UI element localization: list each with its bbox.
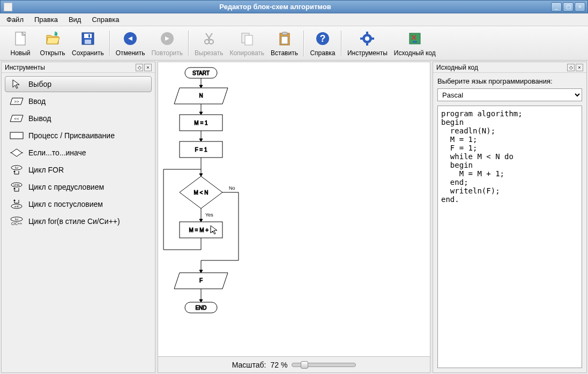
- svg-text:for: for: [14, 218, 18, 221]
- svg-text:?: ?: [319, 33, 325, 44]
- window-controls: _ ▢ ×: [551, 2, 587, 12]
- fc-start: START: [192, 70, 210, 76]
- tools-panel-header: Инструменты ◇ ×: [2, 62, 155, 73]
- tool-for-label: Цикл FOR: [28, 166, 64, 174]
- svg-rect-5: [88, 34, 90, 38]
- menu-help[interactable]: Справка: [90, 14, 121, 25]
- new-label: Новый: [10, 49, 30, 57]
- until-loop-icon: until: [9, 199, 24, 209]
- tool-select[interactable]: Выбор: [5, 76, 152, 92]
- tool-input[interactable]: >> Ввод: [5, 93, 152, 109]
- fc-output-f: F: [199, 278, 203, 283]
- help-button[interactable]: ? Справка: [307, 29, 339, 58]
- main-area: Инструменты ◇ × Выбор >> Ввод << Вывод П…: [0, 61, 588, 374]
- new-file-icon: [12, 30, 29, 47]
- svg-rect-4: [85, 40, 91, 44]
- tool-list: Выбор >> Ввод << Вывод Процесс / Присваи…: [2, 73, 155, 234]
- tool-while[interactable]: while Цикл с предусловием: [5, 179, 152, 195]
- menu-file[interactable]: Файл: [4, 14, 26, 25]
- svg-rect-21: [360, 38, 363, 40]
- svg-marker-37: [13, 199, 16, 201]
- menu-edit[interactable]: Правка: [32, 14, 60, 25]
- new-button[interactable]: Новый: [4, 29, 36, 58]
- close-button[interactable]: ×: [575, 2, 585, 12]
- maximize-button[interactable]: ▢: [563, 2, 574, 12]
- cut-label: Вырезать: [195, 49, 223, 57]
- menu-view[interactable]: Вид: [66, 14, 84, 25]
- undo-arrow-icon: [122, 30, 139, 47]
- svg-point-8: [205, 40, 209, 44]
- source-button[interactable]: Исходный код: [391, 29, 439, 58]
- undo-button[interactable]: Отменить: [113, 29, 148, 58]
- svg-text:<<: <<: [14, 116, 19, 121]
- fc-input-n: N: [199, 93, 203, 99]
- paste-button[interactable]: Вставить: [267, 29, 301, 58]
- fc-m1: M = 1: [194, 120, 208, 126]
- undo-label: Отменить: [116, 49, 145, 57]
- tool-cfor[interactable]: forC/C++ Цикл for(в стиле Си/Си++): [5, 213, 152, 229]
- source-label: Исходный код: [394, 49, 436, 57]
- svg-text:while: while: [13, 183, 20, 186]
- diamond-icon: [9, 148, 24, 158]
- source-code-icon: [406, 30, 423, 47]
- language-label: Выберите язык программирования:: [437, 77, 582, 85]
- source-panel: Исходный код ◇ × Выберите язык программи…: [433, 62, 587, 373]
- save-button[interactable]: Сохранить: [69, 29, 107, 58]
- tool-for[interactable]: for Цикл FOR: [5, 162, 152, 178]
- copy-label: Копировать: [229, 49, 264, 57]
- window-title: Редактор блок-схем алгоритмов: [0, 3, 551, 11]
- panel-close-button[interactable]: ×: [144, 64, 152, 71]
- svg-marker-51: [199, 174, 203, 176]
- svg-rect-14: [281, 36, 288, 44]
- menubar: Файл Правка Вид Справка: [0, 13, 588, 26]
- toolbar-separator: [303, 31, 304, 56]
- tool-process-label: Процесс / Присваивание: [28, 131, 115, 140]
- copy-button: Копировать: [226, 29, 267, 58]
- minimize-button[interactable]: _: [551, 2, 562, 12]
- svg-marker-65: [199, 300, 203, 302]
- language-select[interactable]: Pascal: [437, 88, 582, 101]
- tool-output[interactable]: << Вывод: [5, 110, 152, 126]
- zoom-slider-thumb[interactable]: [301, 361, 308, 369]
- fc-inc: M = M + 1: [189, 227, 213, 233]
- tool-ifelse[interactable]: Если...то...иначе: [5, 145, 152, 161]
- paste-clipboard-icon: [276, 30, 293, 47]
- zoom-label: Масштаб:: [232, 361, 266, 369]
- tools-panel-title: Инструменты: [5, 64, 45, 71]
- tools-button[interactable]: Инструменты: [344, 29, 391, 58]
- source-code-box[interactable]: program algorithm; begin readln(N); M = …: [437, 106, 582, 368]
- zoom-value: 72 %: [270, 361, 287, 369]
- tools-label: Инструменты: [347, 49, 388, 57]
- save-floppy-icon: [79, 30, 96, 47]
- flowchart-canvas[interactable]: START N M = 1 F = 1: [158, 62, 430, 357]
- svg-rect-22: [371, 38, 374, 40]
- toolbar: Новый Открыть Сохранить Отменить Повтори…: [0, 26, 588, 61]
- parallelogram-out-icon: <<: [9, 114, 24, 123]
- redo-label: Повторить: [151, 49, 183, 57]
- redo-arrow-icon: [159, 30, 176, 47]
- tool-while-label: Цикл с предусловием: [28, 183, 104, 191]
- cut-button: Вырезать: [191, 29, 226, 58]
- svg-marker-63: [199, 270, 203, 273]
- tool-output-label: Вывод: [28, 114, 51, 123]
- tool-cfor-label: Цикл for(в стиле Си/Си++): [28, 217, 120, 226]
- canvas-area: START N M = 1 F = 1: [158, 62, 430, 373]
- panel-float-button[interactable]: ◇: [136, 64, 143, 71]
- cfor-loop-icon: forC/C++: [9, 216, 24, 226]
- tools-panel: Инструменты ◇ × Выбор >> Ввод << Вывод П…: [1, 62, 155, 373]
- svg-rect-19: [366, 32, 368, 34]
- open-label: Открыть: [40, 49, 65, 57]
- tool-input-label: Ввод: [28, 97, 46, 106]
- zoom-slider[interactable]: [292, 363, 356, 367]
- tool-until[interactable]: until Цикл с постусловием: [5, 196, 152, 212]
- open-button[interactable]: Открыть: [36, 29, 69, 58]
- panel-close-button[interactable]: ×: [576, 64, 583, 71]
- fc-f1: F = 1: [195, 147, 207, 153]
- copy-icon: [239, 30, 256, 47]
- svg-text:for: for: [14, 166, 18, 169]
- svg-marker-31: [13, 170, 16, 172]
- source-panel-header: Исходный код ◇ ×: [433, 62, 586, 73]
- panel-float-button[interactable]: ◇: [567, 64, 575, 71]
- svg-rect-11: [245, 35, 252, 45]
- tool-process[interactable]: Процесс / Присваивание: [5, 128, 152, 144]
